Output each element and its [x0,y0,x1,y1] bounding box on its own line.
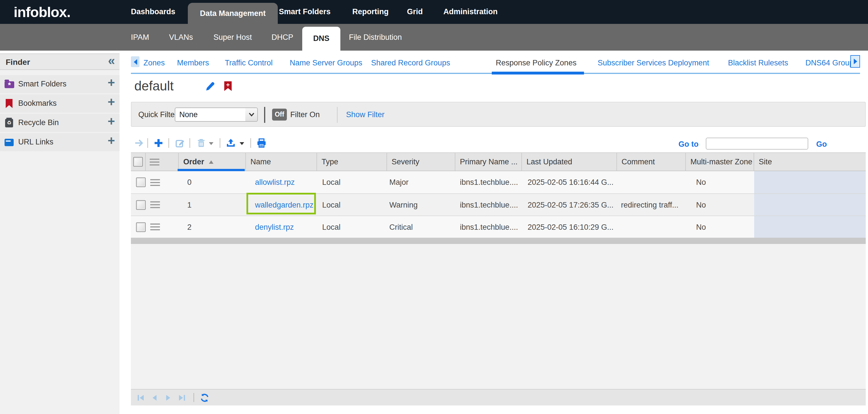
table-empty-area [131,244,866,389]
subnav-super-host[interactable]: Super Host [213,24,252,50]
column-header-severity[interactable]: Severity [387,153,455,171]
nav-reporting[interactable]: Reporting [352,0,389,24]
cell-multi-master: No [686,222,754,231]
show-filter-link[interactable]: Show Filter [346,110,384,119]
column-header-site[interactable]: Site [754,153,866,171]
chevron-down-icon [248,113,254,116]
cell-site [754,171,866,193]
nav-grid[interactable]: Grid [407,0,423,24]
toolbar-separator [168,138,169,148]
bookmark-icon [6,99,12,108]
collapse-panel-icon[interactable]: « [108,54,115,68]
column-header-order[interactable]: Order [179,153,246,171]
subnav-vlans[interactable]: VLANs [169,24,193,50]
select-all-checkbox[interactable] [133,157,143,167]
tab-scroll-left-button[interactable] [131,56,140,67]
column-header-primary-name[interactable]: Primary Name ... [455,153,522,171]
expand-recycle-bin-button[interactable]: + [107,114,115,129]
add-bookmark-button[interactable]: + [107,95,115,110]
nav-dashboards[interactable]: Dashboards [131,0,175,24]
subnav-dns[interactable]: DNS [302,27,340,50]
infoblox-app: infoblox. Dashboards Data Management Sma… [0,0,868,414]
header-menu-cell[interactable] [146,153,179,171]
table-row-allowlist[interactable]: 0 allowlist.rpz Local Major ibns1.techbl… [131,171,866,193]
next-page-icon[interactable] [164,393,173,402]
table-scroll-grab-bar[interactable] [131,238,866,244]
edit-icon[interactable] [175,138,185,148]
cell-primary-name: ibns1.techblue.... [455,201,522,209]
nav-administration[interactable]: Administration [443,0,498,24]
zone-link-denylist[interactable]: denylist.rpz [255,222,294,231]
tab-subscriber-services-deployment[interactable]: Subscriber Services Deployment [598,59,709,67]
cell-site [754,216,866,238]
quick-filter-dropdown-button[interactable] [245,107,258,122]
go-button[interactable]: Go [816,140,827,148]
cell-multi-master: No [686,178,754,186]
row-checkbox[interactable] [136,177,146,187]
print-icon[interactable] [257,138,267,148]
infoblox-logo: infoblox. [14,4,70,21]
quick-filter-label: Quick Filter [138,110,177,119]
row-checkbox[interactable] [136,222,146,232]
pagination-separator [193,393,194,402]
sidebar-item-recycle-bin[interactable]: Recycle Bin + [0,114,120,132]
zone-link-allowlist[interactable]: allowlist.rpz [255,178,295,186]
tab-shared-record-groups[interactable]: Shared Record Groups [371,59,450,67]
tab-response-policy-zones[interactable]: Response Policy Zones [496,59,577,67]
first-page-icon[interactable] [136,393,145,402]
import-export-dropdown-caret[interactable] [240,142,244,145]
sub-nav-bar: IPAM VLANs Super Host DHCP DNS File Dist… [0,24,868,50]
finder-title: Finder [6,58,30,67]
delete-trash-icon[interactable] [196,138,206,148]
sidebar-item-bookmarks[interactable]: Bookmarks + [0,94,120,113]
tab-traffic-control[interactable]: Traffic Control [225,59,273,67]
delete-dropdown-caret[interactable] [209,142,213,145]
active-tab-indicator [492,72,584,74]
cell-type: Local [317,201,387,209]
row-checkbox[interactable] [136,200,146,210]
filter-toggle-badge[interactable]: Off [272,109,287,120]
quick-filter-dropdown[interactable]: None [175,107,246,122]
column-header-comment[interactable]: Comment [617,153,686,171]
refresh-icon[interactable] [200,393,210,402]
add-bookmark-icon[interactable]: + [224,81,231,91]
table-row-walledgarden[interactable]: 1 walledgarden.rpz Local Warning ibns1.t… [131,193,866,215]
sidebar-item-smart-folders[interactable]: Smart Folders + [0,75,120,93]
previous-page-icon[interactable] [150,393,159,402]
subnav-dhcp[interactable]: DHCP [272,24,293,50]
subnav-file-distribution[interactable]: File Distribution [349,24,402,50]
last-page-icon[interactable] [178,393,186,402]
column-header-type[interactable]: Type [317,153,387,171]
edit-pencil-icon[interactable] [205,81,215,92]
tab-dns64-group[interactable]: DNS64 Group [805,59,850,67]
add-smart-folder-button[interactable]: + [107,76,115,91]
column-header-last-updated[interactable]: Last Updated [522,153,617,171]
cell-type: Local [317,222,387,231]
tab-blacklist-rulesets[interactable]: Blacklist Rulesets [728,59,788,67]
add-icon[interactable] [154,138,163,148]
column-header-multi-master-zone[interactable]: Multi-master Zone [686,153,754,171]
zone-link-walledgarden[interactable]: walledgarden.rpz [255,201,314,209]
goto-input[interactable] [706,138,808,149]
cell-last-updated: 2025-02-05 16:16:44 G... [522,178,617,186]
row-menu-icon[interactable] [150,201,160,208]
page-title: default [134,78,174,94]
tab-scroll-right-button[interactable] [850,55,860,68]
tab-zones[interactable]: Zones [144,59,165,67]
nav-smart-folders[interactable]: Smart Folders [279,0,331,24]
sidebar-item-url-links[interactable]: URL Links + [0,133,120,151]
open-arrow-icon[interactable] [134,138,144,148]
recycle-bin-icon [5,119,13,127]
sorted-column-indicator [178,169,245,171]
select-all-checkbox-cell [131,153,146,171]
table-menu-icon [150,159,159,165]
import-export-icon[interactable] [226,138,236,148]
column-header-name[interactable]: Name [246,153,317,171]
table-row-denylist[interactable]: 2 denylist.rpz Local Critical ibns1.tech… [131,215,866,238]
tab-members[interactable]: Members [177,59,209,67]
tab-name-server-groups[interactable]: Name Server Groups [290,59,362,67]
add-url-link-button[interactable]: + [107,134,115,148]
row-menu-icon[interactable] [150,179,160,186]
subnav-ipam[interactable]: IPAM [131,24,149,50]
row-menu-icon[interactable] [150,223,160,230]
